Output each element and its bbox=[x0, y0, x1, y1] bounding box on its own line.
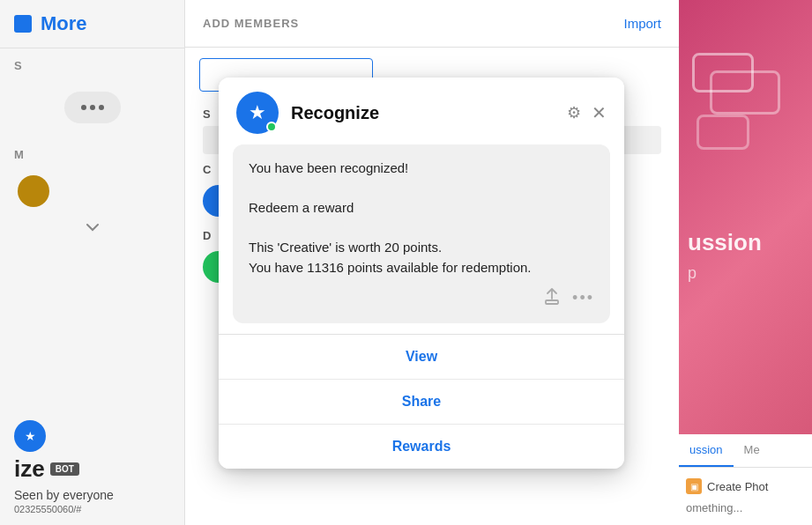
photo-icon: ▣ bbox=[686, 478, 702, 494]
modal-header: ★ Recognize ⚙ ✕ bbox=[219, 78, 624, 144]
star-icon: ★ bbox=[249, 101, 266, 124]
middle-header: ADD MEMBERS Import bbox=[185, 0, 679, 48]
add-members-label: ADD MEMBERS bbox=[203, 17, 299, 30]
right-panel-tabs: ussion Me bbox=[679, 434, 812, 468]
message-line-2: Redeem a reward bbox=[249, 200, 354, 215]
left-panel: More S M ★ ize BOT Seen by everyone 0232… bbox=[0, 0, 185, 525]
bot-avatar: ★ bbox=[14, 420, 46, 452]
message-line-4: You have 11316 points available for rede… bbox=[249, 260, 532, 275]
more-dots-icon[interactable]: ••• bbox=[572, 289, 594, 307]
shape-2 bbox=[710, 70, 780, 115]
action-buttons: View Share Rewards bbox=[219, 334, 624, 469]
create-photo-label: Create Phot bbox=[707, 480, 768, 493]
import-link[interactable]: Import bbox=[623, 16, 661, 31]
bot-name: ize bbox=[14, 455, 45, 483]
shape-3 bbox=[697, 115, 749, 150]
right-panel-content: ▣ Create Phot bbox=[679, 468, 812, 525]
message-line-1: You have been recognized! bbox=[249, 160, 408, 175]
recognize-modal: ★ Recognize ⚙ ✕ You have been recognized… bbox=[219, 78, 624, 469]
upload-icon[interactable] bbox=[544, 286, 560, 309]
more-header: More bbox=[0, 0, 184, 48]
dot-3 bbox=[99, 105, 104, 110]
rewards-button[interactable]: Rewards bbox=[219, 425, 624, 469]
close-icon[interactable]: ✕ bbox=[592, 102, 607, 123]
more-label: More bbox=[41, 12, 87, 35]
ons-text: ussion bbox=[688, 229, 762, 256]
tab-me[interactable]: Me bbox=[734, 434, 771, 467]
p-text: p bbox=[688, 264, 697, 283]
create-photo-button[interactable]: ▣ Create Phot bbox=[686, 475, 805, 498]
tab-discussion[interactable]: ussion bbox=[679, 434, 734, 467]
modal-title: Recognize bbox=[291, 103, 567, 123]
user-id: 02325550060/# bbox=[14, 504, 170, 514]
svg-rect-0 bbox=[546, 300, 558, 304]
section-s-label: S bbox=[0, 48, 184, 78]
section-m-label: M bbox=[0, 137, 184, 166]
message-bubble: You have been recognized! Redeem a rewar… bbox=[233, 144, 610, 323]
message-text: You have been recognized! Redeem a rewar… bbox=[249, 159, 594, 277]
message-actions: ••• bbox=[249, 286, 594, 309]
dot-2 bbox=[90, 105, 95, 110]
more-icon bbox=[14, 15, 32, 33]
chevron-down-icon[interactable] bbox=[0, 216, 184, 239]
message-line-3: This 'Creative' is worth 20 points. bbox=[249, 240, 442, 255]
modal-avatar: ★ bbox=[236, 92, 279, 134]
right-bottom-overlay: ussion Me ▣ Create Phot bbox=[679, 434, 812, 525]
avatar-m bbox=[18, 175, 49, 207]
gear-icon[interactable]: ⚙ bbox=[567, 103, 581, 122]
online-dot bbox=[266, 122, 277, 132]
dots-button[interactable] bbox=[64, 92, 121, 123]
right-panel: ussion p ussion Me ▣ Create Phot bbox=[679, 0, 812, 525]
share-button[interactable]: Share bbox=[219, 380, 624, 425]
left-panel-bottom: ★ ize BOT Seen by everyone 02325550060/# bbox=[0, 410, 184, 525]
bot-badge: BOT bbox=[50, 462, 79, 476]
seen-by-label: Seen by everyone bbox=[14, 488, 170, 502]
dot-1 bbox=[81, 105, 86, 110]
something-input[interactable] bbox=[686, 498, 805, 518]
view-button[interactable]: View bbox=[219, 335, 624, 380]
